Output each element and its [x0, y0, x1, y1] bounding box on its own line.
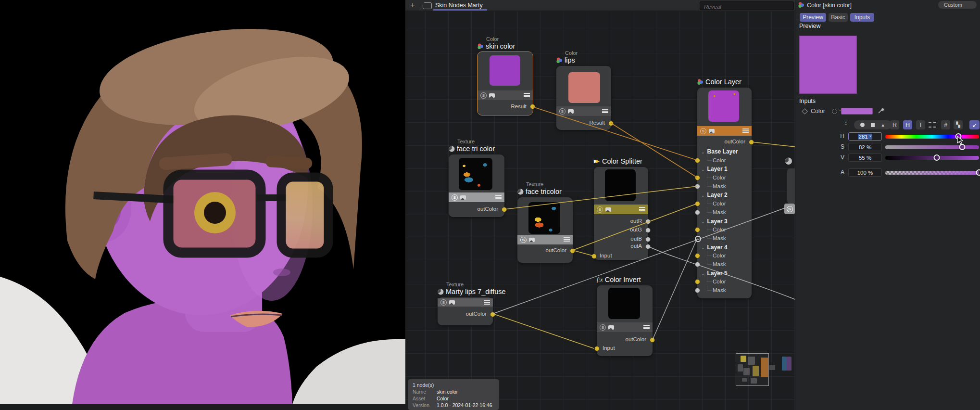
square-shape-icon[interactable]	[871, 123, 875, 127]
s-badge-icon: S	[440, 299, 447, 306]
menu-icon[interactable]	[639, 207, 645, 212]
node-thumbnail	[490, 55, 520, 86]
a-value-input[interactable]: 100 %	[848, 168, 882, 177]
input-port-l1-color[interactable]	[695, 175, 700, 180]
a-slider[interactable]	[885, 171, 979, 175]
output-port-label: outColor	[477, 206, 498, 212]
input-port-l2-color[interactable]	[695, 201, 700, 206]
node-type-label: Texture	[526, 181, 543, 187]
input-port-l5-color[interactable]	[695, 279, 700, 284]
node-face-tri-color[interactable]: Texture face tri color S outColor	[449, 154, 504, 217]
node-graph-canvas[interactable]: + Skin Nodes Marty Color skin color	[405, 0, 795, 410]
node-footer: S	[517, 235, 573, 244]
input-port-l2-mask[interactable]	[695, 210, 700, 215]
input-port[interactable]	[591, 254, 597, 259]
channel-label: V	[837, 154, 844, 161]
channel-row-v: V 55 %	[795, 154, 980, 162]
eyedropper-icon[interactable]	[877, 107, 885, 115]
v-slider-handle[interactable]	[934, 154, 940, 161]
output-port-outcolor[interactable]	[570, 248, 575, 254]
color-value-swatch[interactable]	[841, 108, 873, 115]
layer-group-row[interactable]: ⌄Layer 3	[701, 218, 728, 225]
node-color-layer[interactable]: Color Layer S outColor ⌄Base Layer Color…	[697, 88, 752, 298]
hex-input-icon[interactable]: #	[941, 120, 950, 129]
layer-group-row[interactable]: ⌄Layer 1	[701, 166, 728, 172]
3d-viewport[interactable]	[0, 0, 405, 404]
splitter-node-icon: ▶▶	[594, 158, 600, 164]
function-node-icon: f:x	[597, 276, 603, 283]
menu-icon[interactable]	[602, 109, 608, 114]
menu-icon[interactable]	[495, 195, 502, 200]
menu-icon[interactable]	[484, 300, 490, 305]
layer-group-row[interactable]: ⌄Layer 4	[701, 244, 728, 251]
input-port-l4-color[interactable]	[695, 253, 700, 258]
menu-icon[interactable]	[742, 128, 749, 133]
input-port[interactable]	[594, 346, 600, 351]
node-thumbnail	[568, 72, 600, 103]
output-port-result[interactable]	[608, 121, 614, 126]
s-value-input[interactable]: 82 %	[848, 143, 882, 151]
mode-hsv-button[interactable]: H	[903, 120, 912, 129]
output-port-result[interactable]	[530, 104, 535, 109]
menu-icon[interactable]	[643, 325, 650, 330]
output-port-outcolor[interactable]	[650, 337, 655, 343]
a-slider-handle[interactable]	[976, 169, 980, 176]
connect-circle-icon[interactable]	[832, 109, 837, 114]
dashed-steps-icon[interactable]	[929, 122, 936, 128]
input-port-l5-mask[interactable]	[695, 288, 700, 293]
v-value-input[interactable]: 55 %	[848, 154, 882, 162]
layer-group-row[interactable]: ⌄Base Layer	[701, 148, 738, 155]
output-port-outr[interactable]	[645, 219, 651, 224]
preset-dropdown[interactable]: Custom	[938, 1, 977, 9]
mode-rgb-button[interactable]: R	[890, 120, 899, 129]
node-face-tricolor[interactable]: Texture face tricolor S outColor	[517, 197, 573, 263]
properties-panel: Color [skin color] Custom Preview Basic …	[795, 0, 980, 410]
layer-port-row: Mask	[713, 209, 726, 215]
circle-shape-icon[interactable]	[860, 123, 865, 127]
input-port-label: Input	[600, 253, 612, 258]
node-partial-right[interactable]	[787, 168, 795, 204]
mode-temperature-button[interactable]: T	[916, 120, 925, 129]
output-port-label: outColor	[466, 311, 487, 317]
graph-search	[700, 1, 794, 10]
output-port-outg[interactable]	[645, 228, 651, 233]
node-skin-color[interactable]: Color skin color S Result	[477, 52, 533, 115]
new-graph-button[interactable]: +	[410, 0, 415, 10]
graph-search-input[interactable]	[700, 3, 793, 11]
node-lips[interactable]: Color lips S Result	[556, 66, 611, 130]
menu-icon[interactable]	[564, 237, 570, 242]
dither-icon[interactable]: ▚	[954, 120, 963, 129]
input-port-l4-mask[interactable]	[695, 262, 700, 267]
param-diamond-icon	[802, 108, 808, 115]
color-node-icon	[697, 79, 704, 85]
tab-skin-nodes-marty[interactable]: Skin Nodes Marty	[435, 2, 483, 9]
h-value-input[interactable]: 281 °	[848, 132, 882, 141]
s-slider[interactable]	[885, 145, 979, 149]
tab-basic[interactable]: Basic	[829, 13, 848, 22]
output-port-outcolor[interactable]	[749, 140, 754, 145]
v-slider[interactable]	[885, 156, 979, 160]
corner-arrow-icon[interactable]: ↙	[969, 120, 980, 129]
selection-count: 1 node(s)	[413, 382, 494, 388]
menu-icon[interactable]	[524, 93, 530, 98]
input-port-l3-mask-connected[interactable]	[695, 236, 701, 242]
output-port-outb[interactable]	[645, 237, 651, 242]
node-color-splitter[interactable]: ▶▶Color Splitter S outR outG outB outA I…	[594, 167, 648, 260]
input-port-l3-color[interactable]	[695, 227, 700, 232]
output-port-outa[interactable]	[645, 244, 651, 249]
input-port-base-color[interactable]	[695, 158, 700, 163]
layer-group-row[interactable]: ⌄Layer 5	[701, 270, 728, 277]
node-color-invert[interactable]: f:xColor Invert S outColor Input	[597, 285, 653, 356]
output-port-outcolor[interactable]	[502, 207, 507, 212]
layer-group-row[interactable]: ⌄Layer 2	[701, 192, 728, 198]
tab-inputs[interactable]: Inputs	[850, 13, 874, 22]
collapse-sliders-icon[interactable]: ⌄⌃	[843, 119, 849, 129]
node-marty-lips-7-diffuse[interactable]: Texture Marty lips 7_diffuse S outColor	[438, 297, 493, 325]
input-port-l1-mask[interactable]	[695, 184, 700, 189]
mountain-shape-icon[interactable]: ▲	[881, 123, 885, 128]
comment-frame-icon[interactable]	[423, 2, 432, 9]
h-slider[interactable]	[885, 135, 979, 139]
tab-preview[interactable]: Preview	[800, 13, 826, 22]
minimap-node	[748, 357, 755, 365]
output-port-outcolor[interactable]	[490, 312, 495, 317]
